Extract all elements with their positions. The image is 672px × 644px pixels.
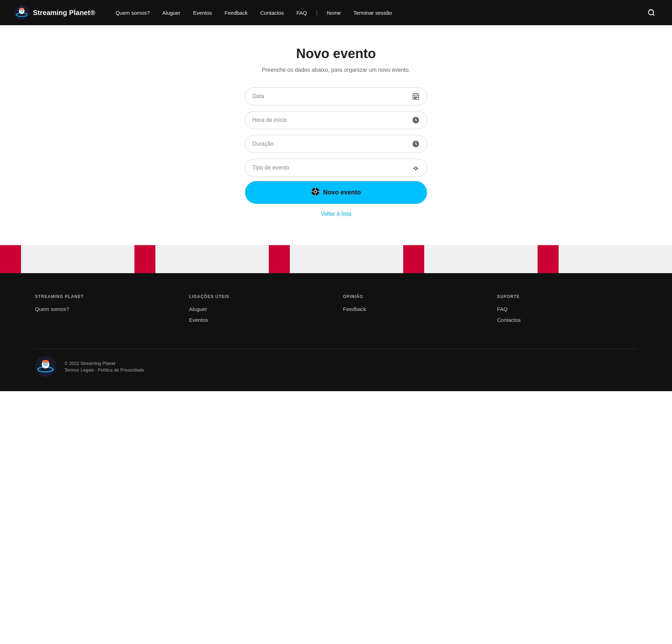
logo-text: Streaming Planet® xyxy=(33,9,95,17)
footer-col-1-title: STREAMING PLANET xyxy=(35,294,175,299)
data-field-row xyxy=(245,87,427,105)
submit-button[interactable]: Novo evento xyxy=(245,181,427,204)
duracao-input[interactable] xyxy=(252,141,409,147)
footer-bottom: © 2022 Streaming Planet Termos Legais · … xyxy=(35,349,637,377)
page-subtitle: Preenche os dados abaixo, para organizar… xyxy=(262,67,410,73)
site-footer: STREAMING PLANET Quem somos? LIGAÇÕES ÚT… xyxy=(0,273,672,391)
hora-field-row xyxy=(245,111,427,129)
tipo-input[interactable] xyxy=(252,165,409,171)
data-input[interactable] xyxy=(252,93,409,99)
deco-seg-2 xyxy=(134,245,269,273)
footer-link-faq[interactable]: FAQ xyxy=(497,306,637,312)
svg-rect-12 xyxy=(414,97,415,98)
deco-seg-1 xyxy=(0,245,134,273)
footer-columns: STREAMING PLANET Quem somos? LIGAÇÕES ÚT… xyxy=(35,294,637,328)
footer-logo-area xyxy=(35,356,56,377)
duration-clock-icon xyxy=(412,140,420,148)
svg-line-7 xyxy=(653,14,654,15)
duracao-field-row xyxy=(245,135,427,153)
footer-col-suporte: SUPORTE FAQ Contactos xyxy=(497,294,637,328)
nav-faq[interactable]: FAQ xyxy=(290,10,313,16)
main-nav: Quem somos? Aluguer Eventos Feedback Con… xyxy=(109,9,645,16)
svg-point-21 xyxy=(415,120,416,121)
footer-copyright: © 2022 Streaming Planet xyxy=(64,361,144,366)
footer-col-ligacoes: LIGAÇÕES ÚTEIS Aluguer Eventos xyxy=(189,294,329,328)
footer-col-opiniao: OPINIÃO Feedback xyxy=(343,294,483,328)
nav-contactos[interactable]: Contactos xyxy=(254,10,290,16)
footer-link-contactos[interactable]: Contactos xyxy=(497,317,637,323)
search-button[interactable] xyxy=(645,9,658,16)
deco-seg-3 xyxy=(269,245,403,273)
nav-aluguer[interactable]: Aluguer xyxy=(156,10,187,16)
page-title: Novo evento xyxy=(296,46,376,61)
footer-copy-area: © 2022 Streaming Planet Termos Legais · … xyxy=(64,361,144,373)
nav-eventos[interactable]: Eventos xyxy=(187,10,218,16)
footer-logo-icon xyxy=(35,356,56,377)
footer-legal-links: Termos Legais · Política de Privacidade xyxy=(64,367,144,373)
main-content: Novo evento Preenche os dados abaixo, pa… xyxy=(0,25,672,245)
footer-privacy-link[interactable]: Política de Privacidade xyxy=(98,367,144,373)
hora-input[interactable] xyxy=(252,117,409,123)
footer-col-4-title: SUPORTE xyxy=(497,294,637,299)
nav-separator: | xyxy=(313,9,321,16)
event-form xyxy=(245,87,427,177)
svg-rect-16 xyxy=(415,98,416,99)
deco-seg-5 xyxy=(538,245,672,273)
logo-link[interactable]: Streaming Planet® xyxy=(14,5,95,20)
footer-link-quem-somos[interactable]: Quem somos? xyxy=(35,306,175,312)
logo-icon xyxy=(14,5,29,20)
nav-nome[interactable]: Nome xyxy=(321,10,347,16)
svg-point-26 xyxy=(415,144,416,145)
footer-col-streaming-planet: STREAMING PLANET Quem somos? xyxy=(35,294,175,328)
search-icon xyxy=(648,9,655,16)
site-header: Streaming Planet® Quem somos? Aluguer Ev… xyxy=(0,0,672,25)
footer-col-3-title: OPINIÃO xyxy=(343,294,483,299)
tipo-field-row xyxy=(245,159,427,177)
footer-terms-link[interactable]: Termos Legais xyxy=(64,367,94,373)
nav-terminar-sessao[interactable]: Terminar sessão xyxy=(347,10,398,16)
deco-band xyxy=(0,245,672,273)
svg-rect-14 xyxy=(417,97,418,98)
svg-rect-39 xyxy=(44,360,47,362)
spinner-arrows-icon xyxy=(412,164,420,172)
footer-link-aluguer[interactable]: Aluguer xyxy=(189,306,329,312)
submit-button-label: Novo evento xyxy=(323,189,361,196)
footer-link-feedback[interactable]: Feedback xyxy=(343,306,483,312)
nav-feedback[interactable]: Feedback xyxy=(218,10,254,16)
svg-rect-13 xyxy=(415,97,416,98)
footer-link-eventos[interactable]: Eventos xyxy=(189,317,329,323)
calendar-icon xyxy=(412,92,420,100)
submit-button-icon xyxy=(311,187,320,198)
footer-col-2-title: LIGAÇÕES ÚTEIS xyxy=(189,294,329,299)
deco-seg-4 xyxy=(403,245,538,273)
svg-rect-15 xyxy=(414,98,415,99)
back-link[interactable]: Voltar à lista xyxy=(321,211,351,217)
nav-quem-somos[interactable]: Quem somos? xyxy=(109,10,156,16)
svg-rect-5 xyxy=(20,8,23,9)
clock-icon xyxy=(412,116,420,124)
